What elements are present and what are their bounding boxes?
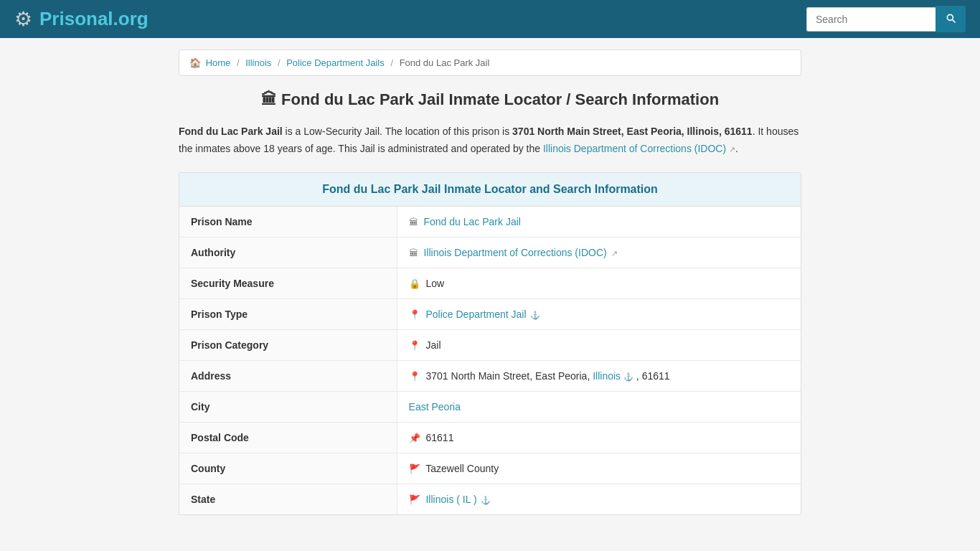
prison-type-external-icon: ⚓ [530, 311, 540, 319]
table-row: Postal Code 📌 61611 [179, 422, 801, 453]
table-row: Prison Name 🏛 Fond du Lac Park Jail [179, 207, 801, 237]
logo-icon: ⚙ [14, 7, 32, 31]
table-row: State 🚩 Illinois ( IL ) ⚓ [179, 484, 801, 514]
value-prison-type: 📍 Police Department Jail ⚓ [397, 298, 801, 329]
info-table: Prison Name 🏛 Fond du Lac Park Jail Auth… [179, 207, 801, 514]
state-external-icon: ⚓ [481, 496, 491, 504]
authority-icon: 🏛 [409, 248, 418, 258]
postal-icon: 📌 [409, 433, 420, 443]
address-icon: 📍 [409, 371, 420, 382]
breadcrumb-home[interactable]: Home [206, 57, 231, 68]
prison-category-icon: 📍 [409, 340, 420, 351]
table-row: Authority 🏛 Illinois Department of Corre… [179, 237, 801, 268]
state-link[interactable]: Illinois ( IL ) [425, 494, 476, 505]
security-icon: 🔒 [409, 278, 420, 289]
table-row: Prison Type 📍 Police Department Jail ⚓ [179, 298, 801, 329]
table-row: City East Peoria [179, 391, 801, 422]
value-state: 🚩 Illinois ( IL ) ⚓ [397, 484, 801, 514]
prison-name-icon: 🏛 [409, 217, 418, 227]
county-icon: 🚩 [409, 463, 420, 474]
title-icon: 🏛 [261, 90, 277, 108]
value-city: East Peoria [397, 391, 801, 422]
breadcrumb-illinois[interactable]: Illinois [245, 57, 271, 68]
table-row: Security Measure 🔒 Low [179, 268, 801, 298]
prison-name-bold: Fond du Lac Park Jail [179, 126, 283, 137]
info-table-container: Fond du Lac Park Jail Inmate Locator and… [179, 172, 801, 515]
address-state-external: ⚓ [623, 372, 633, 381]
prison-type-icon: 📍 [409, 309, 420, 320]
search-input[interactable] [806, 7, 936, 32]
home-icon: 🏠 [189, 57, 201, 68]
table-row: Prison Category 📍 Jail [179, 329, 801, 360]
external-link-icon: ↗ [729, 145, 735, 154]
main-content: 🏠 Home / Illinois / Police Department Ja… [167, 38, 813, 541]
label-address: Address [179, 360, 397, 391]
label-postal: Postal Code [179, 422, 397, 453]
prison-type-link[interactable]: Police Department Jail [425, 309, 526, 320]
table-row: Address 📍 3701 North Main Street, East P… [179, 360, 801, 391]
search-area [806, 6, 966, 32]
label-state: State [179, 484, 397, 514]
label-city: City [179, 391, 397, 422]
authority-external-icon: ↗ [611, 249, 618, 258]
label-prison-type: Prison Type [179, 298, 397, 329]
prison-name-link[interactable]: Fond du Lac Park Jail [423, 216, 520, 227]
address-state-link[interactable]: Illinois [593, 370, 621, 382]
search-button[interactable] [936, 6, 966, 32]
site-header: ⚙ Prisonal.org [0, 0, 980, 38]
logo-text: Prisonal.org [39, 8, 149, 30]
breadcrumb-current: Fond du Lac Park Jail [400, 57, 490, 68]
label-county: County [179, 453, 397, 484]
breadcrumb-police-dept-jails[interactable]: Police Department Jails [286, 57, 385, 68]
table-header: Fond du Lac Park Jail Inmate Locator and… [179, 173, 801, 207]
search-icon [945, 12, 956, 24]
authority-value-link[interactable]: Illinois Department of Corrections (IDOC… [423, 247, 606, 258]
page-title: 🏛 Fond du Lac Park Jail Inmate Locator /… [179, 90, 801, 109]
label-prison-category: Prison Category [179, 329, 397, 360]
city-link[interactable]: East Peoria [409, 401, 461, 413]
value-county: 🚩 Tazewell County [397, 453, 801, 484]
value-security: 🔒 Low [397, 268, 801, 298]
table-row: County 🚩 Tazewell County [179, 453, 801, 484]
label-authority: Authority [179, 237, 397, 268]
value-postal: 📌 61611 [397, 422, 801, 453]
value-authority: 🏛 Illinois Department of Corrections (ID… [397, 237, 801, 268]
breadcrumb: 🏠 Home / Illinois / Police Department Ja… [179, 50, 801, 76]
page-title-area: 🏛 Fond du Lac Park Jail Inmate Locator /… [179, 90, 801, 109]
label-security: Security Measure [179, 268, 397, 298]
value-prison-category: 📍 Jail [397, 329, 801, 360]
description: Fond du Lac Park Jail is a Low-Security … [179, 123, 801, 158]
label-prison-name: Prison Name [179, 207, 397, 237]
site-logo[interactable]: ⚙ Prisonal.org [14, 7, 149, 31]
authority-link[interactable]: Illinois Department of Corrections (IDOC… [543, 143, 726, 154]
value-address: 📍 3701 North Main Street, East Peoria, I… [397, 360, 801, 391]
state-icon: 🚩 [409, 494, 420, 505]
value-prison-name: 🏛 Fond du Lac Park Jail [397, 207, 801, 237]
address-bold: 3701 North Main Street, East Peoria, Ill… [512, 126, 753, 137]
